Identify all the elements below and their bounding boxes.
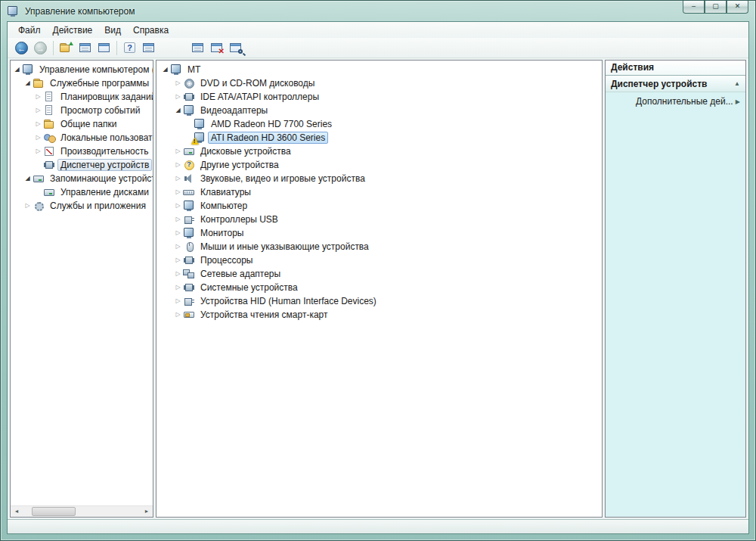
tree-item-local-users[interactable]: Локальные пользовате [11, 131, 153, 145]
device-item-monitors[interactable]: Мониторы [156, 226, 602, 240]
tree-item-services[interactable]: Службы и приложения [11, 199, 153, 213]
device-item-root[interactable]: MT [156, 63, 602, 76]
device-item-system-devices[interactable]: Системные устройства [156, 281, 602, 294]
usb-controller-icon [183, 214, 195, 225]
tree-item-label: Управление компьютером (л [36, 64, 153, 76]
device-item-ati-radeon[interactable]: ATI Radeon HD 3600 Series [156, 131, 602, 145]
expander-icon[interactable] [173, 294, 183, 308]
expander-icon[interactable] [173, 213, 183, 226]
device-item-audio[interactable]: Звуковые, видео и игровые устройства [156, 172, 602, 185]
expander-icon[interactable] [173, 199, 183, 213]
device-item-ide[interactable]: IDE ATA/ATAPI контроллеры [156, 90, 602, 104]
device-item-keyboards[interactable]: Клавиатуры [156, 185, 602, 199]
expander-icon[interactable] [173, 308, 183, 322]
horizontal-scrollbar[interactable]: ◄ ► [11, 505, 153, 517]
task-scheduler-icon [43, 92, 55, 102]
expander-icon[interactable] [23, 199, 33, 213]
expander-icon[interactable] [173, 90, 183, 104]
up-one-level-button[interactable] [57, 39, 76, 56]
device-item-smartcard[interactable]: Устройства чтения смарт-карт [156, 308, 602, 322]
warning-icon [191, 138, 199, 145]
content-area: Управление компьютером (л Служебные прог… [8, 58, 748, 519]
expander-icon[interactable] [33, 131, 43, 145]
expander-icon[interactable] [173, 158, 183, 172]
expander-icon[interactable] [173, 104, 183, 117]
device-item-usb[interactable]: Контроллеры USB [156, 213, 602, 226]
tree-item-device-manager[interactable]: Диспетчер устройств [11, 158, 153, 172]
tree-item-computer-management[interactable]: Управление компьютером (л [11, 63, 153, 76]
collapse-section-icon[interactable]: ▲ [734, 80, 740, 87]
menu-action[interactable]: Действие [47, 23, 99, 37]
actions-item-label: Дополнительные дей... [636, 96, 733, 107]
expander-icon[interactable] [33, 117, 43, 131]
scan-hardware-changes-button[interactable] [226, 39, 245, 56]
device-item-amd-radeon[interactable]: AMD Radeon HD 7700 Series [156, 117, 602, 131]
device-item-other-devices[interactable]: Другие устройства [156, 158, 602, 172]
device-item-display-adapters[interactable]: Видеоадаптеры [156, 104, 602, 117]
expander-icon[interactable] [173, 172, 183, 185]
scrollbar-thumb[interactable] [32, 507, 76, 516]
toolbar-separator [53, 41, 54, 55]
expander-icon[interactable] [173, 76, 183, 90]
device-label: AMD Radeon HD 7700 Series [208, 118, 335, 130]
forward-button[interactable]: → [31, 39, 50, 56]
update-driver-icon [192, 43, 203, 52]
show-console-tree-button[interactable] [76, 39, 94, 56]
audio-device-icon [183, 173, 195, 184]
update-driver-button[interactable] [188, 39, 207, 56]
actions-section-device-manager[interactable]: Диспетчер устройств ▲ [606, 76, 745, 92]
device-label: Компьютер [197, 200, 250, 212]
menu-view[interactable]: Вид [98, 23, 127, 37]
minimize-button[interactable]: – [683, 1, 705, 14]
tree-item-task-scheduler[interactable]: Планировщик заданий [11, 90, 153, 104]
close-button[interactable]: ✕ [727, 1, 748, 14]
expander-icon[interactable] [160, 63, 170, 76]
network-adapter-icon [183, 269, 195, 279]
properties-button[interactable] [139, 39, 158, 56]
expander-icon[interactable] [173, 226, 183, 240]
expander-icon[interactable] [173, 240, 183, 253]
menu-bar: Файл Действие Вид Справка [8, 22, 748, 38]
device-label: Процессоры [197, 254, 256, 266]
uninstall-device-button[interactable]: ✕ [207, 39, 226, 56]
title-bar[interactable]: Управление компьютером – ▢ ✕ [1, 1, 755, 21]
device-item-disk-drives[interactable]: Дисковые устройства [156, 145, 602, 158]
actions-item-more-actions[interactable]: Дополнительные дей... ▶ [606, 92, 745, 110]
device-item-dvd[interactable]: DVD и CD-ROM дисководы [156, 76, 602, 90]
scroll-right-button[interactable]: ► [141, 506, 153, 517]
tree-item-storage[interactable]: Запоминающие устройст [11, 172, 153, 185]
expander-icon[interactable] [173, 281, 183, 294]
tree-item-system-tools[interactable]: Служебные программы [11, 76, 153, 90]
device-item-hid[interactable]: Устройства HID (Human Interface Devices) [156, 294, 602, 308]
tree-item-shared-folders[interactable]: Общие папки [11, 117, 153, 131]
export-list-button[interactable] [94, 39, 113, 56]
tree-item-disk-management[interactable]: Управление дисками [11, 185, 153, 199]
expander-icon[interactable] [33, 104, 43, 117]
device-item-network[interactable]: Сетевые адаптеры [156, 267, 602, 281]
device-label: DVD и CD-ROM дисководы [197, 77, 318, 89]
tree-item-event-viewer[interactable]: Просмотр событий [11, 104, 153, 117]
tree-item-performance[interactable]: Производительность [11, 145, 153, 158]
device-item-computer[interactable]: Компьютер [156, 199, 602, 213]
back-button[interactable]: ← [12, 39, 31, 56]
expander-icon[interactable] [23, 172, 33, 185]
help-button[interactable] [120, 39, 139, 56]
device-item-mice[interactable]: Мыши и иные указывающие устройства [156, 240, 602, 253]
red-x-icon: ✕ [218, 47, 225, 55]
expander-icon[interactable] [33, 145, 43, 158]
scroll-left-button[interactable]: ◄ [11, 506, 23, 517]
window-icon [7, 6, 19, 17]
expander-icon[interactable] [23, 76, 33, 90]
expander-icon[interactable] [173, 253, 183, 267]
expander-icon[interactable] [33, 90, 43, 104]
expander-icon[interactable] [173, 185, 183, 199]
device-item-processors[interactable]: Процессоры [156, 253, 602, 267]
expander-icon[interactable] [173, 267, 183, 281]
maximize-button[interactable]: ▢ [705, 1, 727, 14]
expander-icon[interactable] [173, 145, 183, 158]
scrollbar-track[interactable] [23, 506, 141, 517]
menu-help[interactable]: Справка [127, 23, 175, 37]
actions-pane: Действия Диспетчер устройств ▲ Дополните… [605, 60, 746, 518]
menu-file[interactable]: Файл [12, 23, 47, 37]
expander-icon[interactable] [12, 63, 22, 76]
